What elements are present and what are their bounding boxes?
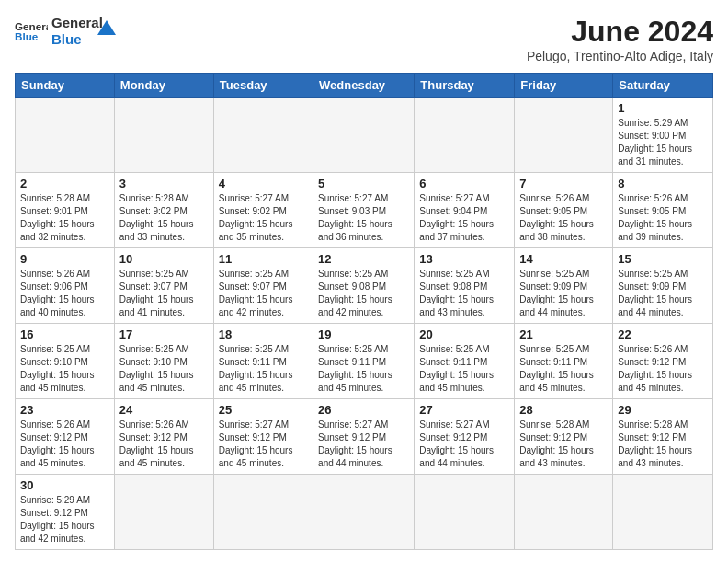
calendar-cell <box>114 475 213 550</box>
calendar-table: SundayMondayTuesdayWednesdayThursdayFrid… <box>15 73 713 550</box>
calendar-cell: 17Sunrise: 5:25 AM Sunset: 9:10 PM Dayli… <box>114 324 213 399</box>
calendar-cell: 18Sunrise: 5:25 AM Sunset: 9:11 PM Dayli… <box>213 324 313 399</box>
day-number: 7 <box>519 177 608 190</box>
day-number: 22 <box>618 327 708 341</box>
calendar-cell: 6Sunrise: 5:27 AM Sunset: 9:04 PM Daylig… <box>415 173 515 248</box>
logo: General Blue General Blue <box>15 15 119 48</box>
calendar-cell: 9Sunrise: 5:26 AM Sunset: 9:06 PM Daylig… <box>16 248 115 324</box>
calendar-cell: 8Sunrise: 5:26 AM Sunset: 9:05 PM Daylig… <box>613 173 713 248</box>
day-number: 18 <box>219 327 308 341</box>
calendar-cell: 20Sunrise: 5:25 AM Sunset: 9:11 PM Dayli… <box>415 324 515 399</box>
month-title: June 2024 <box>527 15 713 49</box>
calendar-cell: 2Sunrise: 5:28 AM Sunset: 9:01 PM Daylig… <box>16 173 115 248</box>
day-info: Sunrise: 5:25 AM Sunset: 9:10 PM Dayligh… <box>20 343 109 395</box>
day-info: Sunrise: 5:28 AM Sunset: 9:02 PM Dayligh… <box>119 192 209 244</box>
calendar-cell: 27Sunrise: 5:27 AM Sunset: 9:12 PM Dayli… <box>415 399 515 475</box>
calendar-week-row: 16Sunrise: 5:25 AM Sunset: 9:10 PM Dayli… <box>16 324 713 399</box>
day-info: Sunrise: 5:27 AM Sunset: 9:04 PM Dayligh… <box>419 192 509 244</box>
day-number: 19 <box>318 327 409 341</box>
day-number: 10 <box>119 252 209 266</box>
day-info: Sunrise: 5:26 AM Sunset: 9:05 PM Dayligh… <box>618 192 708 244</box>
calendar-cell: 26Sunrise: 5:27 AM Sunset: 9:12 PM Dayli… <box>313 399 415 475</box>
generalblue-logo-icon: General Blue <box>15 18 48 44</box>
calendar-cell: 1Sunrise: 5:29 AM Sunset: 9:00 PM Daylig… <box>613 98 713 173</box>
weekday-header-sunday: Sunday <box>16 74 115 98</box>
location-subtitle: Pelugo, Trentino-Alto Adige, Italy <box>527 49 713 63</box>
day-info: Sunrise: 5:25 AM Sunset: 9:11 PM Dayligh… <box>419 343 509 395</box>
calendar-cell <box>114 98 213 173</box>
day-info: Sunrise: 5:25 AM Sunset: 9:08 PM Dayligh… <box>419 268 509 319</box>
calendar-cell <box>415 475 515 550</box>
calendar-cell <box>613 475 713 550</box>
day-info: Sunrise: 5:26 AM Sunset: 9:06 PM Dayligh… <box>20 268 109 319</box>
calendar-cell: 13Sunrise: 5:25 AM Sunset: 9:08 PM Dayli… <box>415 248 515 324</box>
day-info: Sunrise: 5:26 AM Sunset: 9:12 PM Dayligh… <box>119 419 209 470</box>
weekday-header-tuesday: Tuesday <box>213 74 313 98</box>
calendar-cell: 15Sunrise: 5:25 AM Sunset: 9:09 PM Dayli… <box>613 248 713 324</box>
day-number: 15 <box>618 252 708 266</box>
weekday-header-wednesday: Wednesday <box>313 74 415 98</box>
day-number: 24 <box>119 403 209 417</box>
calendar-cell <box>313 98 415 173</box>
calendar-cell: 5Sunrise: 5:27 AM Sunset: 9:03 PM Daylig… <box>313 173 415 248</box>
day-number: 26 <box>318 403 409 417</box>
day-number: 20 <box>419 327 509 341</box>
calendar-cell: 24Sunrise: 5:26 AM Sunset: 9:12 PM Dayli… <box>114 399 213 475</box>
calendar-header-row: SundayMondayTuesdayWednesdayThursdayFrid… <box>16 74 713 98</box>
day-info: Sunrise: 5:26 AM Sunset: 9:12 PM Dayligh… <box>618 343 708 395</box>
day-info: Sunrise: 5:25 AM Sunset: 9:11 PM Dayligh… <box>318 343 409 395</box>
calendar-cell: 4Sunrise: 5:27 AM Sunset: 9:02 PM Daylig… <box>213 173 313 248</box>
day-info: Sunrise: 5:29 AM Sunset: 9:12 PM Dayligh… <box>20 494 109 546</box>
day-info: Sunrise: 5:28 AM Sunset: 9:01 PM Dayligh… <box>20 192 109 244</box>
day-number: 14 <box>519 252 608 266</box>
calendar-cell <box>313 475 415 550</box>
day-number: 21 <box>519 327 608 341</box>
title-section: June 2024 Pelugo, Trentino-Alto Adige, I… <box>527 15 713 63</box>
weekday-header-saturday: Saturday <box>613 74 713 98</box>
calendar-cell: 16Sunrise: 5:25 AM Sunset: 9:10 PM Dayli… <box>16 324 115 399</box>
day-number: 6 <box>419 177 509 190</box>
day-info: Sunrise: 5:25 AM Sunset: 9:07 PM Dayligh… <box>119 268 209 319</box>
calendar-week-row: 23Sunrise: 5:26 AM Sunset: 9:12 PM Dayli… <box>16 399 713 475</box>
day-info: Sunrise: 5:25 AM Sunset: 9:10 PM Dayligh… <box>119 343 209 395</box>
calendar-cell: 22Sunrise: 5:26 AM Sunset: 9:12 PM Dayli… <box>613 324 713 399</box>
weekday-header-thursday: Thursday <box>415 74 515 98</box>
weekday-header-friday: Friday <box>515 74 613 98</box>
day-info: Sunrise: 5:25 AM Sunset: 9:11 PM Dayligh… <box>219 343 308 395</box>
calendar-cell <box>213 98 313 173</box>
calendar-cell: 21Sunrise: 5:25 AM Sunset: 9:11 PM Dayli… <box>515 324 613 399</box>
day-info: Sunrise: 5:28 AM Sunset: 9:12 PM Dayligh… <box>618 419 708 470</box>
calendar-cell: 25Sunrise: 5:27 AM Sunset: 9:12 PM Dayli… <box>213 399 313 475</box>
calendar-cell: 7Sunrise: 5:26 AM Sunset: 9:05 PM Daylig… <box>515 173 613 248</box>
day-number: 25 <box>219 403 308 417</box>
calendar-cell: 19Sunrise: 5:25 AM Sunset: 9:11 PM Dayli… <box>313 324 415 399</box>
calendar-cell: 14Sunrise: 5:25 AM Sunset: 9:09 PM Dayli… <box>515 248 613 324</box>
day-number: 17 <box>119 327 209 341</box>
day-number: 4 <box>219 177 308 190</box>
calendar-week-row: 2Sunrise: 5:28 AM Sunset: 9:01 PM Daylig… <box>16 173 713 248</box>
logo-blue-text: Blue <box>51 31 103 48</box>
calendar-cell: 30Sunrise: 5:29 AM Sunset: 9:12 PM Dayli… <box>16 475 115 550</box>
day-number: 23 <box>20 403 109 417</box>
logo-triangle-icon <box>97 17 119 39</box>
day-number: 28 <box>519 403 608 417</box>
calendar-cell: 29Sunrise: 5:28 AM Sunset: 9:12 PM Dayli… <box>613 399 713 475</box>
day-number: 9 <box>20 252 109 266</box>
day-number: 8 <box>618 177 708 190</box>
day-info: Sunrise: 5:26 AM Sunset: 9:05 PM Dayligh… <box>519 192 608 244</box>
day-number: 5 <box>318 177 409 190</box>
day-info: Sunrise: 5:27 AM Sunset: 9:02 PM Dayligh… <box>219 192 308 244</box>
calendar-cell <box>515 98 613 173</box>
day-info: Sunrise: 5:25 AM Sunset: 9:08 PM Dayligh… <box>318 268 409 319</box>
day-number: 16 <box>20 327 109 341</box>
calendar-cell: 12Sunrise: 5:25 AM Sunset: 9:08 PM Dayli… <box>313 248 415 324</box>
day-info: Sunrise: 5:27 AM Sunset: 9:03 PM Dayligh… <box>318 192 409 244</box>
day-info: Sunrise: 5:25 AM Sunset: 9:09 PM Dayligh… <box>519 268 608 319</box>
day-info: Sunrise: 5:25 AM Sunset: 9:11 PM Dayligh… <box>519 343 608 395</box>
calendar-cell: 3Sunrise: 5:28 AM Sunset: 9:02 PM Daylig… <box>114 173 213 248</box>
day-number: 3 <box>119 177 209 190</box>
day-info: Sunrise: 5:27 AM Sunset: 9:12 PM Dayligh… <box>219 419 308 470</box>
day-number: 12 <box>318 252 409 266</box>
day-number: 27 <box>419 403 509 417</box>
day-number: 2 <box>20 177 109 190</box>
